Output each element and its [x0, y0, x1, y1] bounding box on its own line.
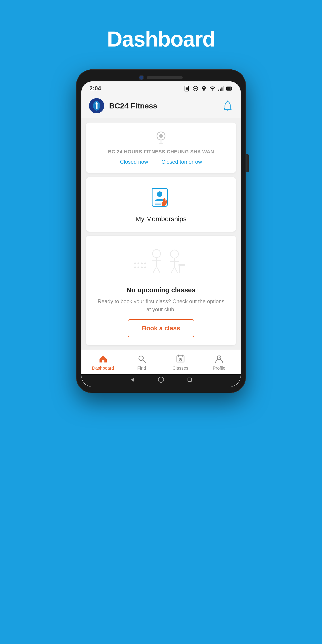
- svg-line-32: [153, 266, 156, 272]
- membership-card[interactable]: My Memberships: [86, 177, 236, 232]
- svg-rect-7: [223, 86, 224, 91]
- classes-nav-label: Classes: [172, 366, 188, 371]
- svg-rect-40: [178, 264, 185, 266]
- status-bar: 2:04: [82, 82, 240, 94]
- svg-line-51: [220, 356, 220, 356]
- svg-rect-25: [134, 266, 136, 268]
- svg-rect-10: [227, 87, 230, 90]
- recents-button[interactable]: [186, 376, 193, 383]
- classes-illustration: [130, 242, 192, 283]
- status-icons: [184, 86, 232, 92]
- svg-rect-54: [188, 378, 192, 382]
- battery-icon: [226, 86, 232, 92]
- sim-icon: [184, 86, 190, 92]
- profile-nav-icon: [214, 354, 224, 364]
- svg-rect-39: [179, 265, 180, 273]
- svg-line-50: [219, 357, 220, 358]
- svg-rect-4: [218, 90, 219, 91]
- back-button[interactable]: [129, 376, 136, 383]
- classes-nav-icon: [176, 354, 185, 364]
- location-pin-icon: [155, 130, 167, 145]
- dnd-icon: [192, 86, 198, 92]
- nav-item-classes[interactable]: Classes: [161, 354, 200, 371]
- svg-rect-6: [222, 88, 222, 91]
- bottom-nav: Dashboard Find Classes: [82, 350, 240, 374]
- svg-rect-26: [138, 266, 139, 268]
- svg-point-53: [158, 377, 164, 382]
- volume-button: [246, 154, 249, 172]
- location-card: BC 24 HOURS FITNESS CHEUNG SHA WAN Close…: [86, 122, 236, 173]
- front-camera: [139, 76, 143, 80]
- svg-rect-1: [186, 88, 188, 90]
- svg-line-42: [143, 360, 145, 362]
- home-button[interactable]: [158, 376, 164, 383]
- classes-card: No upcoming classes Ready to book your f…: [86, 236, 236, 345]
- dashboard-nav-label: Dashboard: [92, 366, 114, 371]
- svg-rect-9: [232, 88, 232, 89]
- page-title: Dashboard: [107, 27, 215, 52]
- svg-rect-24: [144, 262, 146, 264]
- svg-line-37: [171, 267, 174, 273]
- phone-shell: 2:04: [76, 69, 246, 393]
- svg-rect-27: [141, 266, 143, 268]
- app-name: BC24 Fitness: [109, 102, 157, 110]
- app-header: BC24 Fitness: [82, 94, 240, 118]
- nav-item-profile[interactable]: Profile: [200, 354, 238, 371]
- svg-rect-5: [220, 88, 221, 91]
- speaker: [147, 76, 183, 79]
- membership-label: My Memberships: [136, 215, 186, 223]
- nav-item-dashboard[interactable]: Dashboard: [84, 354, 122, 371]
- app-logo: [88, 98, 105, 114]
- location-name: BC 24 HOURS FITNESS CHEUNG SHA WAN: [108, 149, 214, 155]
- find-nav-label: Find: [137, 366, 146, 371]
- status-closed-now: Closed now: [120, 159, 148, 165]
- location-status-row: Closed now Closed tomorrow: [120, 159, 202, 165]
- content-area: BC 24 HOURS FITNESS CHEUNG SHA WAN Close…: [82, 118, 240, 350]
- membership-icon: [149, 186, 173, 211]
- wifi-icon: [209, 86, 216, 92]
- status-closed-tomorrow: Closed tomorrow: [162, 159, 202, 165]
- svg-rect-21: [134, 262, 136, 264]
- signal-icon: [218, 86, 224, 92]
- svg-marker-52: [131, 378, 134, 382]
- phone-notch: [82, 76, 240, 80]
- svg-point-14: [159, 134, 163, 138]
- svg-point-18: [157, 192, 162, 197]
- svg-rect-22: [138, 262, 139, 264]
- app-logo-area: BC24 Fitness: [88, 98, 157, 114]
- nav-item-find[interactable]: Find: [122, 354, 161, 371]
- status-time: 2:04: [90, 85, 101, 92]
- phone-screen: 2:04: [82, 82, 240, 387]
- svg-line-33: [156, 266, 160, 272]
- svg-rect-28: [144, 266, 146, 268]
- dashboard-nav-icon: [98, 354, 108, 364]
- svg-point-34: [170, 250, 178, 258]
- android-nav-bar: [82, 374, 240, 387]
- location-icon: [201, 86, 207, 92]
- svg-rect-23: [141, 262, 143, 264]
- profile-nav-label: Profile: [213, 366, 226, 371]
- svg-line-38: [174, 267, 178, 273]
- svg-point-29: [152, 250, 160, 258]
- no-classes-title: No upcoming classes: [126, 286, 196, 294]
- book-class-button[interactable]: Book a class: [128, 319, 194, 337]
- find-nav-icon: [137, 354, 147, 364]
- bell-icon[interactable]: [222, 100, 234, 112]
- no-classes-description: Ready to book your first class? Check ou…: [92, 298, 230, 314]
